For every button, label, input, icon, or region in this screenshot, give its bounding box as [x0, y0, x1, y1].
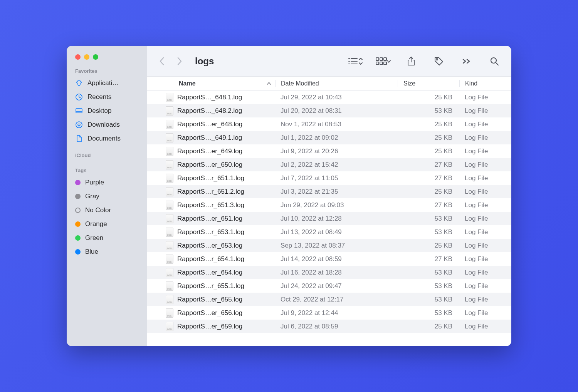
file-row[interactable]: RapportS…_648.1.logJul 29, 2022 at 10:43… — [147, 90, 511, 104]
file-row[interactable]: RapportS…er_654.logJul 16, 2022 at 18:28… — [147, 266, 511, 279]
file-kind: Log File — [459, 147, 511, 155]
file-row[interactable]: RapportS…r_651.2.logJul 3, 2022 at 21:35… — [147, 185, 511, 198]
file-size: 27 KB — [398, 201, 459, 209]
tags-button[interactable] — [430, 54, 447, 68]
file-size: 25 KB — [398, 121, 459, 128]
file-size: 53 KB — [398, 228, 459, 236]
file-row[interactable]: RapportS…_648.2.logJul 20, 2022 at 08:31… — [147, 104, 511, 117]
log-file-icon — [166, 93, 173, 102]
log-file-icon — [166, 174, 173, 183]
share-button[interactable] — [403, 54, 420, 68]
log-file-icon — [166, 201, 173, 210]
chevrons-right-icon — [462, 59, 471, 64]
sidebar-item-app[interactable]: Applicati… — [67, 76, 147, 90]
folder-title: logs — [195, 56, 214, 67]
forward-button[interactable] — [173, 55, 186, 67]
zoom-window-button[interactable] — [93, 54, 98, 60]
file-row[interactable]: RapportS…r_654.1.logJul 14, 2022 at 08:5… — [147, 252, 511, 266]
tag-label: Blue — [85, 248, 98, 256]
file-row[interactable]: RapportS…_649.1.logJul 1, 2022 at 09:022… — [147, 131, 511, 144]
file-row[interactable]: RapportS…r_653.1.logJul 13, 2022 at 08:4… — [147, 225, 511, 239]
file-kind: Log File — [459, 323, 511, 330]
search-button[interactable] — [486, 54, 503, 68]
file-size: 27 KB — [398, 255, 459, 263]
back-button[interactable] — [156, 55, 168, 67]
file-name: RapportS…er_649.log — [177, 147, 242, 155]
file-row[interactable]: RapportS…er_648.logNov 1, 2022 at 08:532… — [147, 117, 511, 131]
file-date: Jul 9, 2022 at 12:44 — [275, 309, 398, 317]
file-kind: Log File — [459, 188, 511, 196]
column-header-date[interactable]: Date Modified — [275, 80, 398, 87]
file-date: Jul 24, 2022 at 09:47 — [275, 282, 398, 290]
list-view-icon — [348, 57, 363, 65]
log-file-icon — [166, 187, 173, 196]
sidebar-item-download[interactable]: Downloads — [67, 118, 147, 132]
chevron-left-icon — [159, 57, 165, 65]
more-button[interactable] — [458, 54, 475, 68]
file-row[interactable]: RapportS…r_651.3.logJun 29, 2022 at 09:0… — [147, 198, 511, 212]
file-kind: Log File — [459, 161, 511, 169]
clock-icon — [75, 93, 83, 101]
log-file-icon — [166, 322, 173, 331]
file-row[interactable]: RapportS…r_651.1.logJul 7, 2022 at 11:05… — [147, 171, 511, 185]
file-row[interactable]: RapportS…er_653.logSep 13, 2022 at 08:37… — [147, 239, 511, 252]
file-date: Jul 14, 2022 at 08:59 — [275, 255, 398, 263]
tag-label: Gray — [85, 193, 99, 200]
view-mode-button[interactable] — [347, 54, 364, 68]
main-pane: logs — [147, 46, 511, 346]
tag-item-green[interactable]: Green — [67, 231, 147, 245]
file-name: RapportS…r_653.1.log — [177, 228, 244, 236]
log-file-icon — [166, 308, 173, 318]
file-kind: Log File — [459, 134, 511, 142]
svg-rect-14 — [376, 62, 379, 65]
file-row[interactable]: RapportS…er_650.logJul 2, 2022 at 15:422… — [147, 158, 511, 171]
file-row[interactable]: RapportS…er_655.logOct 29, 2022 at 12:17… — [147, 293, 511, 306]
file-size: 53 KB — [398, 296, 459, 303]
tag-dot-icon — [75, 249, 81, 255]
column-header-size[interactable]: Size — [398, 80, 459, 87]
log-file-icon — [166, 160, 173, 169]
sidebar-item-doc[interactable]: Documents — [67, 132, 147, 146]
sidebar-item-clock[interactable]: Recents — [67, 90, 147, 104]
file-size: 53 KB — [398, 269, 459, 276]
column-header-name[interactable]: Name — [147, 80, 275, 87]
tag-item-blue[interactable]: Blue — [67, 245, 147, 259]
minimize-window-button[interactable] — [84, 54, 89, 60]
sidebar: Favorites Applicati…RecentsDesktopDownlo… — [67, 46, 147, 346]
tag-item-purple[interactable]: Purple — [67, 176, 147, 189]
file-kind: Log File — [459, 242, 511, 250]
file-size: 27 KB — [398, 174, 459, 182]
file-size: 25 KB — [398, 323, 459, 330]
tag-dot-icon — [75, 235, 81, 241]
column-header-kind[interactable]: Kind — [459, 80, 511, 87]
file-kind: Log File — [459, 296, 511, 303]
file-name: RapportS…er_650.log — [177, 161, 242, 169]
tag-item-nocolor[interactable]: No Color — [67, 203, 147, 217]
group-by-button[interactable] — [375, 54, 392, 68]
grid-group-icon — [376, 57, 391, 65]
tag-item-gray[interactable]: Gray — [67, 189, 147, 203]
file-row[interactable]: RapportS…er_656.logJul 9, 2022 at 12:445… — [147, 306, 511, 320]
file-size: 25 KB — [398, 242, 459, 250]
svg-point-18 — [436, 59, 438, 60]
sidebar-item-desktop[interactable]: Desktop — [67, 104, 147, 118]
close-window-button[interactable] — [75, 54, 81, 60]
file-kind: Log File — [459, 174, 511, 182]
file-name: RapportS…er_654.log — [177, 269, 242, 276]
sidebar-section-icloud: iCloud — [67, 152, 147, 161]
file-name: RapportS…_648.2.log — [177, 107, 242, 115]
file-row[interactable]: RapportS…er_649.logJul 9, 2022 at 20:262… — [147, 144, 511, 158]
log-file-icon — [166, 133, 173, 142]
file-size: 25 KB — [398, 147, 459, 155]
file-row[interactable]: RapportS…er_651.logJul 10, 2022 at 12:28… — [147, 212, 511, 225]
file-name: RapportS…_649.1.log — [177, 134, 242, 142]
file-name: RapportS…er_656.log — [177, 309, 242, 317]
tag-label: Purple — [85, 179, 104, 186]
svg-rect-11 — [376, 58, 379, 60]
tag-item-orange[interactable]: Orange — [67, 217, 147, 231]
sidebar-section-favorites: Favorites — [67, 68, 147, 76]
log-file-icon — [166, 228, 173, 237]
file-row[interactable]: RapportS…er_659.logJul 6, 2022 at 08:592… — [147, 320, 511, 333]
file-size: 25 KB — [398, 188, 459, 196]
file-row[interactable]: RapportS…r_655.1.logJul 24, 2022 at 09:4… — [147, 279, 511, 293]
